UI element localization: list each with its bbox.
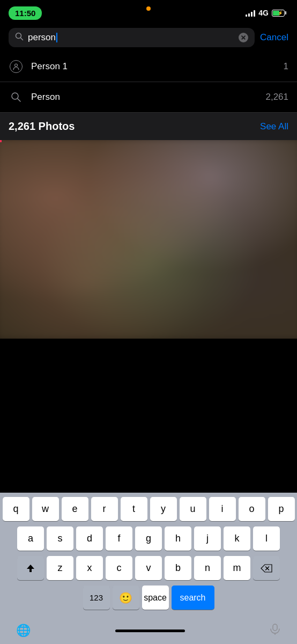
- key-y[interactable]: y: [150, 497, 177, 521]
- photos-count-title: 2,261 Photos: [9, 120, 75, 133]
- search-bar: person Cancel: [0, 24, 297, 52]
- key-m[interactable]: m: [224, 556, 250, 580]
- status-time: 11:50: [9, 6, 42, 20]
- key-h[interactable]: h: [165, 526, 191, 551]
- suggestion-person1[interactable]: Person 1 1: [0, 52, 297, 82]
- key-r[interactable]: r: [91, 497, 118, 521]
- emoji-key[interactable]: 🙂: [113, 586, 139, 610]
- photo-grid-area: [0, 140, 297, 339]
- key-k[interactable]: k: [224, 526, 250, 551]
- microphone-icon[interactable]: [269, 623, 281, 638]
- svg-line-1: [21, 38, 23, 40]
- key-n[interactable]: n: [194, 556, 221, 580]
- space-key[interactable]: space: [142, 586, 169, 610]
- bottom-bar: 🌐: [0, 617, 297, 644]
- network-label: 4G: [258, 9, 269, 17]
- key-a[interactable]: a: [17, 526, 44, 551]
- keyboard-row-1: q w e r t y u i o p: [2, 497, 295, 521]
- keyboard-row-3: z x c v b n m: [2, 556, 295, 580]
- person-icon: [9, 59, 24, 74]
- key-u[interactable]: u: [180, 497, 206, 521]
- key-o[interactable]: o: [239, 497, 265, 521]
- key-b[interactable]: b: [165, 556, 191, 580]
- cancel-button[interactable]: Cancel: [260, 32, 288, 43]
- keyboard-row-2: a s d f g h j k l: [2, 526, 295, 551]
- suggestion-person1-count: 1: [284, 61, 288, 72]
- search-input[interactable]: person: [28, 32, 234, 43]
- photos-section-header: 2,261 Photos See All: [0, 113, 297, 140]
- key-c[interactable]: c: [106, 556, 132, 580]
- keyboard-row-4: 123 🙂 space search: [2, 586, 295, 610]
- key-j[interactable]: j: [194, 526, 221, 551]
- search-key[interactable]: search: [172, 586, 214, 610]
- key-v[interactable]: v: [135, 556, 162, 580]
- photo-red-indicator: [0, 140, 297, 142]
- key-p[interactable]: p: [268, 497, 295, 521]
- suggestion-person1-label: Person 1: [31, 61, 276, 72]
- svg-line-4: [18, 99, 20, 101]
- status-icons: 4G ⚡: [246, 9, 286, 17]
- svg-point-3: [12, 93, 18, 99]
- suggestion-person-label: Person: [31, 92, 258, 103]
- status-bar: 11:50 4G ⚡: [0, 0, 297, 24]
- search-icon: [15, 32, 24, 43]
- keyboard: q w e r t y u i o p a s d f g h j k l z …: [0, 493, 297, 617]
- shift-key[interactable]: [17, 556, 44, 580]
- key-i[interactable]: i: [209, 497, 236, 521]
- key-s[interactable]: s: [47, 526, 73, 551]
- clear-button[interactable]: [239, 33, 248, 42]
- signal-icon: [246, 9, 255, 17]
- key-d[interactable]: d: [76, 526, 103, 551]
- see-all-button[interactable]: See All: [260, 121, 288, 132]
- search-input-wrapper[interactable]: person: [9, 28, 255, 47]
- suggestion-person-count: 2,261: [265, 92, 288, 103]
- key-l[interactable]: l: [253, 526, 280, 551]
- numbers-key[interactable]: 123: [83, 586, 110, 610]
- key-t[interactable]: t: [121, 497, 147, 521]
- svg-point-2: [15, 64, 18, 67]
- key-e[interactable]: e: [62, 497, 88, 521]
- key-w[interactable]: w: [32, 497, 59, 521]
- search-suggestion-icon: [9, 90, 24, 105]
- orange-dot-indicator: [146, 6, 151, 11]
- globe-icon[interactable]: 🌐: [16, 624, 31, 638]
- key-x[interactable]: x: [76, 556, 103, 580]
- key-q[interactable]: q: [3, 497, 29, 521]
- suggestions-list: Person 1 1 Person 2,261: [0, 52, 297, 113]
- key-g[interactable]: g: [135, 526, 162, 551]
- home-indicator[interactable]: [115, 630, 185, 632]
- photo-blur-background: [0, 140, 297, 339]
- suggestion-person-search[interactable]: Person 2,261: [0, 82, 297, 113]
- svg-rect-7: [273, 624, 277, 631]
- key-z[interactable]: z: [47, 556, 73, 580]
- backspace-key[interactable]: [253, 556, 280, 580]
- battery-icon: ⚡: [272, 10, 286, 17]
- key-f[interactable]: f: [106, 526, 132, 551]
